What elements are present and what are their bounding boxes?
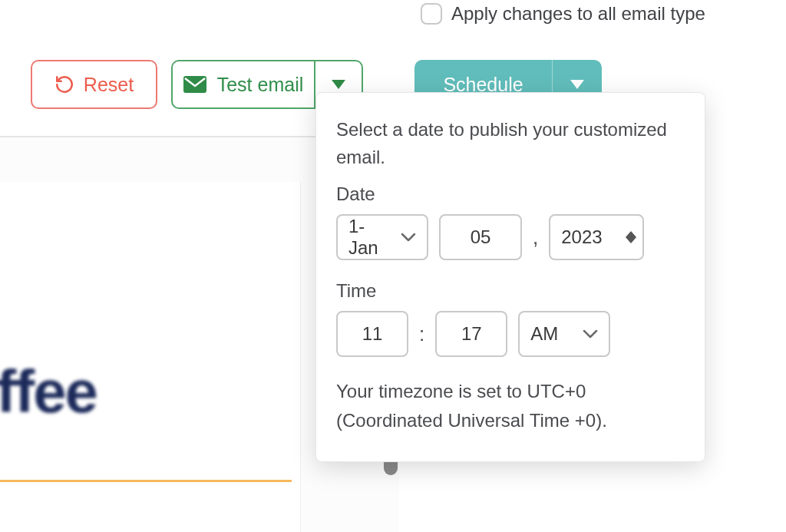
hour-input[interactable]: 11	[336, 311, 408, 357]
time-row: 11 : 17 AM	[336, 311, 685, 357]
schedule-popup: Select a date to publish your customized…	[315, 92, 705, 462]
month-select[interactable]: 1-Jan	[336, 214, 428, 260]
year-input[interactable]: 2023	[549, 214, 644, 260]
svg-marker-3	[626, 231, 636, 237]
ampm-select[interactable]: AM	[518, 311, 610, 357]
logo-text-fragment: otoffee	[0, 357, 97, 427]
colon-separator: :	[419, 322, 424, 346]
apply-all-checkbox[interactable]	[421, 3, 442, 25]
svg-rect-0	[183, 76, 206, 93]
year-value: 2023	[561, 226, 602, 248]
chevron-down-icon	[401, 232, 416, 243]
envelope-icon	[183, 76, 206, 93]
test-email-button[interactable]: Test email	[171, 60, 314, 109]
apply-all-row: Apply changes to all email type	[421, 3, 705, 25]
minute-value: 17	[461, 323, 482, 345]
ampm-value: AM	[530, 323, 558, 345]
reset-icon	[54, 74, 74, 94]
day-input[interactable]: 05	[439, 214, 522, 260]
test-email-label: Test email	[217, 74, 304, 96]
comma-separator: ,	[533, 226, 538, 249]
chevron-down-icon	[583, 329, 598, 339]
logo-underline	[0, 480, 292, 482]
day-value: 05	[471, 226, 491, 248]
timezone-text: Your timezone is set to UTC+0 (Coordinat…	[336, 377, 685, 435]
headline-fragment: rder!	[0, 527, 30, 532]
svg-marker-4	[626, 237, 636, 243]
apply-all-label: Apply changes to all email type	[451, 3, 705, 25]
date-row: 1-Jan 05 , 2023	[336, 214, 685, 260]
date-label: Date	[336, 183, 685, 205]
hour-value: 11	[362, 323, 383, 345]
stepper-icon	[626, 231, 636, 243]
reset-button[interactable]: Reset	[31, 60, 157, 109]
time-label: Time	[336, 280, 685, 302]
minute-input[interactable]: 17	[435, 311, 507, 357]
caret-down-icon	[332, 80, 345, 89]
month-value: 1-Jan	[348, 216, 393, 259]
caret-down-icon	[570, 80, 584, 89]
reset-label: Reset	[84, 74, 134, 96]
svg-marker-2	[570, 80, 584, 89]
svg-marker-1	[332, 80, 345, 89]
popup-description: Select a date to publish your customized…	[336, 116, 685, 171]
